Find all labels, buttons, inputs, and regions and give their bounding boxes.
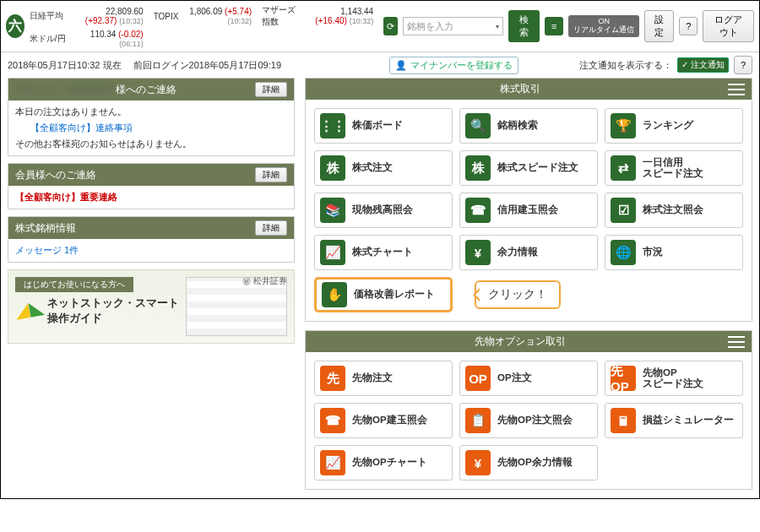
detail-button[interactable]: 詳細	[255, 220, 287, 236]
tile-label: 信用建玉照会	[497, 204, 558, 215]
tile-label: 株式注文照会	[643, 204, 703, 215]
tile-label: 株価ボード	[352, 120, 403, 131]
tile-icon: 🔍	[465, 113, 491, 138]
help-button-2[interactable]: ?	[734, 56, 752, 74]
member-notice-panel: 会員様へのご連絡 詳細 【全顧客向け】重要連絡	[8, 163, 295, 209]
menu-tile[interactable]: 📋 先物OP注文照会	[459, 403, 598, 438]
menu-tile[interactable]: 📚 現物残高照会	[314, 193, 453, 228]
menu-tile[interactable]: 株 株式スピード注文	[459, 150, 598, 186]
tile-icon: 株	[320, 155, 345, 181]
tile-label: 一日信用 スピード注文	[643, 157, 703, 179]
beginner-leaf-icon: ◢◣	[14, 296, 46, 323]
list-button[interactable]: ≡	[545, 17, 563, 35]
menu-tile[interactable]: 🔍 銘柄検索	[459, 108, 598, 144]
status-row: 2018年05月17日10:32 現在 前回ログイン2018年05月17日09:…	[1, 52, 759, 78]
tile-icon: ✋	[322, 282, 347, 307]
tile-icon: 🌐	[611, 240, 636, 265]
menu-tile[interactable]: OP OP注文	[459, 361, 598, 396]
realtime-toggle[interactable]: ON リアルタイム通信	[568, 15, 639, 37]
tile-icon: ⇄	[611, 155, 636, 181]
order-notice-checkbox[interactable]: ✓ 注文通知	[677, 57, 729, 73]
ticker-name: マザーズ指数	[262, 4, 301, 28]
stock-info-panel: 株式銘柄情報 詳細 メッセージ 1件	[8, 216, 295, 263]
logout-button[interactable]: ログアウト	[703, 10, 754, 42]
guide-banner[interactable]: はじめてお使いになる方へ ◢◣ ネットストック・スマート 操作ガイド ㊙ 松井証…	[8, 269, 295, 344]
ticker-value: 22,809.60 (+92.37) (10:32)	[76, 7, 144, 25]
tile-label: 余力情報	[497, 247, 538, 258]
tile-icon: 📈	[320, 450, 345, 475]
menu-tile[interactable]: 🏆 ランキング	[605, 108, 743, 144]
menu-tile[interactable]: 📈 株式チャート	[314, 235, 453, 270]
tile-icon: 🏆	[611, 113, 636, 138]
menu-tile[interactable]: ¥ 先物OP余力情報	[459, 445, 598, 480]
menu-icon[interactable]	[728, 336, 745, 348]
tile-icon: 📋	[465, 408, 491, 433]
tile-label: 先物OP余力情報	[497, 457, 573, 468]
mynumber-register-link[interactable]: 👤 マイナンバーを登録する	[389, 57, 518, 74]
detail-button[interactable]: 詳細	[255, 82, 287, 97]
logo: 六	[6, 14, 24, 38]
top-bar: 六 日経平均 22,809.60 (+92.37) (10:32)TOPIX 1…	[1, 1, 759, 52]
menu-tile[interactable]: ✋ 価格改善レポート	[314, 277, 453, 312]
menu-tile[interactable]: ⋮⋮ 株価ボード	[314, 108, 453, 144]
banner-header: はじめてお使いになる方へ	[15, 277, 133, 292]
menu-tile[interactable]: ☎ 先物OP建玉照会	[314, 403, 453, 438]
tile-icon: 📈	[320, 240, 345, 265]
tile-label: 先物注文	[352, 372, 393, 383]
ticker-value: 110.34 (-0.02) (06:11)	[76, 30, 144, 48]
company-mark: ㊙ 松井証券	[242, 275, 287, 287]
tile-label: ランキング	[643, 120, 693, 131]
menu-tile[interactable]: ☎ 信用建玉照会	[459, 193, 598, 228]
tile-label: 銘柄検索	[497, 120, 538, 131]
tile-icon: 📚	[320, 198, 345, 223]
menu-tile[interactable]: 先 先物注文	[314, 361, 453, 396]
last-login: 前回ログイン2018年05月17日09:19	[133, 59, 281, 72]
tile-icon: ☎	[465, 198, 491, 223]
tile-icon: ⋮⋮	[320, 113, 345, 138]
tile-icon: ¥	[465, 240, 491, 265]
tile-icon: ☑	[611, 198, 636, 223]
tile-label: 市況	[643, 247, 663, 258]
settings-button[interactable]: 設定	[644, 10, 674, 42]
tile-label: 株式注文	[352, 162, 393, 173]
search-button[interactable]: 検索	[508, 10, 540, 42]
all-customer-notice-link[interactable]: 【全顧客向け】連絡事項	[30, 122, 287, 134]
ticker-name: TOPIX	[154, 12, 179, 21]
menu-tile[interactable]: 🖩 損益シミュレーター	[605, 403, 743, 438]
tile-label: 先物OP建玉照会	[352, 415, 427, 426]
detail-button[interactable]: 詳細	[255, 167, 287, 182]
notice-line: 本日の注文はありません。	[15, 106, 287, 118]
tile-icon: 🖩	[611, 408, 636, 433]
menu-tile[interactable]: ☑ 株式注文照会	[605, 193, 743, 228]
menu-tile[interactable]: 🌐 市況	[605, 235, 743, 270]
ticker-name: 米ドル/円	[30, 33, 66, 45]
personal-notice-panel: テスト１ ×××××××× 様へのご連絡 詳細 本日の注文はありません。 【全顧…	[8, 78, 295, 156]
menu-tile[interactable]: 先OP 先物OP スピード注文	[605, 361, 743, 396]
tile-label: 価格改善レポート	[354, 289, 435, 300]
help-button[interactable]: ?	[679, 17, 698, 35]
ticker-value: 1,143.44 (+16.40) (10:32)	[311, 7, 374, 25]
tile-icon: 株	[465, 155, 491, 181]
menu-tile[interactable]: 📈 先物OPチャート	[314, 445, 453, 480]
ticker-strip: 日経平均 22,809.60 (+92.37) (10:32)TOPIX 1,8…	[30, 4, 373, 48]
tile-label: OP注文	[497, 372, 532, 383]
tile-label: 先物OPチャート	[352, 457, 427, 468]
tile-icon: ¥	[465, 450, 491, 475]
order-notice-label: 注文通知を表示する：	[579, 59, 672, 72]
menu-tile[interactable]: ⇄ 一日信用 スピード注文	[605, 150, 743, 186]
notice-line: その他お客様宛のお知らせはありません。	[15, 138, 287, 150]
menu-tile[interactable]: ¥ 余力情報	[459, 235, 598, 270]
menu-tile[interactable]: 株 株式注文	[314, 150, 453, 186]
messages-link[interactable]: メッセージ 1件	[15, 244, 287, 257]
tile-icon: ☎	[320, 408, 345, 433]
banner-title: ネットストック・スマート 操作ガイド	[47, 296, 179, 326]
tile-label: 株式スピード注文	[497, 162, 578, 173]
tile-icon: OP	[465, 366, 491, 391]
refresh-button[interactable]: ⟳	[383, 17, 398, 35]
tile-label: 損益シミュレーター	[643, 415, 734, 426]
important-notice-link[interactable]: 【全顧客向け】重要連絡	[15, 191, 287, 204]
person-icon: 👤	[395, 60, 407, 71]
symbol-search-input[interactable]: 銘柄を入力	[403, 17, 503, 35]
tile-label: 株式チャート	[352, 247, 413, 258]
menu-icon[interactable]	[728, 84, 745, 95]
